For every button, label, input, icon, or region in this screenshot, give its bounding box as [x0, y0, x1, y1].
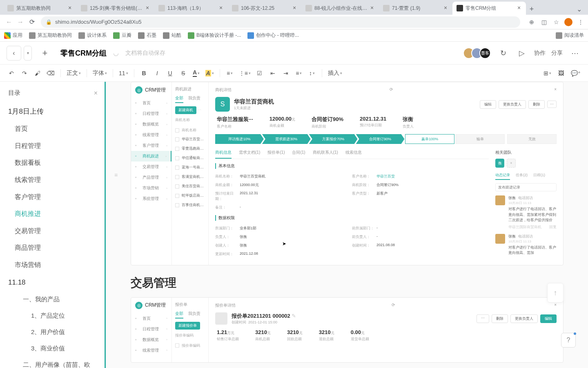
crm-nav-item[interactable]: ▫交易管理›	[131, 162, 172, 172]
outline-item[interactable]: 首页	[0, 120, 106, 137]
crm-nav-item[interactable]: ▫市场营销›	[131, 183, 172, 193]
browser-tab[interactable]: 第五期助教协同×	[3, 2, 77, 15]
detail-tab[interactable]: 商机信息	[215, 150, 232, 159]
unordered-list-button[interactable]: ⋮≡▾	[237, 67, 252, 79]
outline-item[interactable]: 商品管理	[0, 239, 106, 256]
crm-nav-item[interactable]: ▫线索管理›	[131, 345, 172, 356]
collaborator-avatar[interactable]: 墨客	[479, 47, 491, 59]
install-icon[interactable]: ◫	[540, 18, 548, 26]
line-height-button[interactable]: ↕▾	[306, 67, 318, 79]
collab-button[interactable]: 协作	[534, 49, 546, 57]
italic-button[interactable]: I	[151, 67, 163, 79]
delete-button[interactable]: 删除	[492, 314, 508, 323]
schedule-tab[interactable]: 日程(1)	[533, 173, 545, 180]
stage-step[interactable]: 方案报价70%	[309, 134, 358, 144]
crm-nav-item[interactable]: ▫系统管理›	[131, 193, 172, 204]
help-button[interactable]: ?	[561, 333, 576, 348]
checklist-button[interactable]: ☑	[254, 67, 265, 79]
history-icon[interactable]: ↻	[497, 47, 510, 60]
close-icon[interactable]: ×	[516, 5, 522, 11]
more-icon[interactable]: ⋯	[477, 314, 489, 323]
crm-nav-item[interactable]: ▫数据概览›	[131, 334, 172, 345]
crm-nav-item[interactable]: ▫产品管理›	[131, 172, 172, 183]
close-icon[interactable]: ×	[218, 5, 224, 11]
bookmark-item[interactable]: 第五期助教协同	[29, 32, 72, 39]
list-item[interactable]: 华容兰百货…	[175, 135, 205, 144]
doc-back-dropdown[interactable]: ▾	[24, 46, 32, 61]
crm-nav-item[interactable]: ▫数据概览›	[131, 119, 172, 130]
bookmark-item[interactable]: 石墨	[138, 32, 156, 39]
bold-button[interactable]: B	[138, 67, 150, 79]
apps-button[interactable]: 应用	[4, 32, 22, 39]
font-family-dropdown[interactable]: 字体▾	[91, 67, 109, 79]
tab-all[interactable]: 全部	[175, 311, 183, 319]
url-input[interactable]: 🔒shimo.im/docs/WuoFg0Oz524a8Xu5	[41, 16, 520, 28]
list-item[interactable]: 华信通银商…	[175, 153, 205, 163]
stage-step[interactable]: 拜访推进10%	[215, 134, 264, 144]
scroll-top-button[interactable]: ↑	[547, 283, 564, 303]
change-owner-button[interactable]: 更换负责人	[510, 314, 538, 323]
back-button[interactable]: ←	[3, 16, 15, 28]
close-icon[interactable]: ×	[369, 5, 375, 11]
star-icon[interactable]: ☆	[552, 18, 560, 26]
text-color-button[interactable]: A▾	[191, 67, 202, 79]
format-painter-button[interactable]: 🖌	[32, 67, 43, 79]
menu-icon[interactable]: ⋮	[577, 18, 585, 26]
bookmark-item[interactable]: 创作中心 - 哔哩哔...	[247, 32, 299, 39]
underline-button[interactable]: U	[165, 67, 176, 79]
more-icon[interactable]: ⋯	[547, 101, 557, 108]
font-size-dropdown[interactable]: 11▾	[117, 67, 130, 79]
stage-step[interactable]: 赢单100%	[405, 134, 454, 144]
browser-tab[interactable]: 71-萱萱 (1.9)×	[379, 2, 452, 15]
outline-item[interactable]: 11.18	[0, 274, 106, 291]
outline-item[interactable]: 日程管理	[0, 137, 106, 155]
list-item[interactable]: 蓝海一号商…	[175, 163, 205, 172]
detail-tab[interactable]: 商机联系人(1)	[313, 150, 338, 159]
bookmark-icon[interactable]: ◡	[113, 49, 119, 57]
add-team-member-button[interactable]: +	[507, 159, 516, 168]
clear-format-button[interactable]: ⌫	[45, 67, 56, 79]
close-icon[interactable]: ×	[554, 87, 557, 93]
tab-mine[interactable]: 我负责	[188, 311, 200, 319]
undo-button[interactable]: ↶	[6, 67, 17, 79]
outline-item[interactable]: 市场营销	[0, 256, 106, 274]
collapse-outline-icon[interactable]: ≡	[114, 172, 124, 182]
align-button[interactable]: ≡▾	[293, 67, 305, 79]
outline-item[interactable]: 1、产品定位	[0, 307, 106, 324]
comment-button[interactable]: 💬⁺	[569, 67, 582, 79]
stage-step[interactable]: 需求跟进30%	[262, 134, 311, 144]
close-icon[interactable]: ×	[67, 5, 73, 11]
share-button[interactable]: 分享	[551, 49, 563, 57]
doc-content[interactable]: ≡ ◎CRM管理 ▫首页›▫日程管理›▫数据概览›▫线索管理›▫客户管理›▫商机…	[106, 82, 588, 368]
list-item[interactable]: 零壹迅跑商…	[175, 144, 205, 153]
zoom-icon[interactable]: ⊕	[528, 18, 536, 26]
indent-increase-button[interactable]: ⇥	[280, 67, 292, 79]
highlight-button[interactable]: A▾	[204, 67, 216, 79]
outline-item[interactable]: 一、我的产品	[0, 291, 106, 307]
tasks-tab[interactable]: 任务(2)	[516, 173, 528, 180]
image-button[interactable]: 🖼	[555, 67, 567, 79]
outline-item[interactable]: 线索管理	[0, 171, 106, 188]
change-owner-button[interactable]: 更换负责人	[499, 100, 526, 109]
refresh-icon[interactable]: ⟳	[392, 303, 395, 308]
team-member-avatar[interactable]: 衡	[495, 159, 504, 168]
bookmark-item[interactable]: 豆瓣	[113, 32, 131, 39]
ordered-list-button[interactable]: ≡▾	[224, 67, 236, 79]
forward-button[interactable]: →	[15, 16, 26, 28]
list-item[interactable]: 蛇平饭店商…	[175, 191, 205, 200]
outline-item[interactable]: 2、用户价值	[0, 324, 106, 340]
outline-item[interactable]: 商机推进	[0, 205, 106, 222]
paragraph-style-dropdown[interactable]: 正文▾	[65, 67, 82, 79]
refresh-icon[interactable]: ⟳	[390, 87, 393, 93]
edit-button[interactable]: 编辑	[540, 314, 557, 323]
new-opportunity-button[interactable]: 新建商机	[175, 106, 196, 114]
close-icon[interactable]: ×	[554, 303, 557, 308]
browser-tab[interactable]: 113-海鸥（1.9）×	[154, 2, 228, 15]
crm-nav-item[interactable]: ▫日程管理›	[131, 324, 172, 334]
new-tab-button[interactable]: +	[526, 3, 537, 15]
crm-nav-item[interactable]: ▫首页›	[131, 313, 172, 324]
outline-item[interactable]: 1月8日上传	[0, 103, 106, 120]
crm-nav-item[interactable]: ▫线索管理›	[131, 130, 172, 140]
detail-tab[interactable]: 报价单(1)	[267, 150, 285, 159]
doc-title[interactable]: 零售CRM分组	[60, 48, 107, 58]
